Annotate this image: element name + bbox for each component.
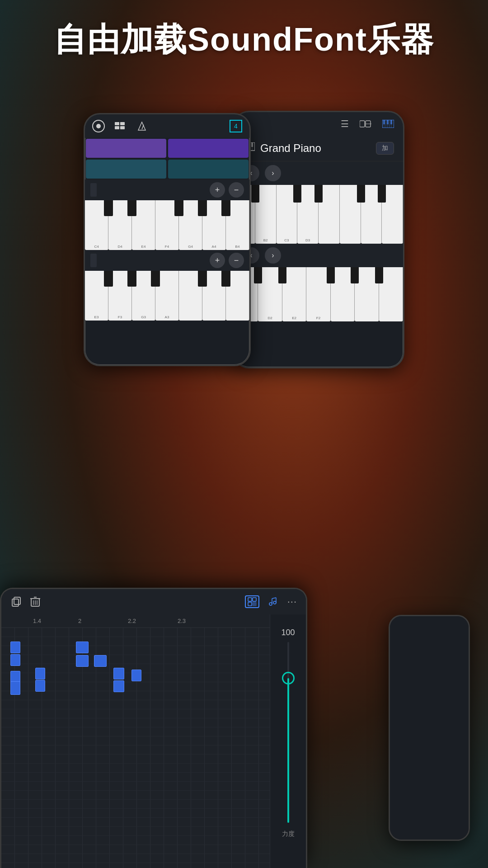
roll-grid[interactable] [1,628,270,868]
piano-keys-icon[interactable] [382,120,394,128]
key-f3r[interactable] [340,185,361,244]
key-b2[interactable]: B2 [255,185,277,244]
svg-rect-38 [248,602,252,606]
note-7[interactable] [76,642,89,653]
pad-2[interactable] [168,139,249,158]
octave-up-button-2[interactable]: + [210,253,225,268]
key-d3r[interactable]: D3 [297,185,319,244]
add-instrument-button[interactable]: 加 [376,142,394,155]
beat-2-2: 2.2 [128,618,136,624]
beat-2: 2 [78,618,81,624]
devices-row: 4 + − C4 D4 E4 F4 [0,108,488,371]
right-keyboard-top: A2 B2 C3 D3 [234,185,403,244]
key-d4[interactable]: D4 [108,200,132,250]
next-arrow-button[interactable]: › [265,165,281,181]
key-e4[interactable]: E4 [132,200,155,250]
key-a3r[interactable] [382,185,403,244]
note-9[interactable] [94,655,107,667]
svg-rect-18 [390,120,392,124]
right-side-phone [389,615,470,841]
list-icon[interactable]: ☰ [341,118,349,129]
octave-down-button-2[interactable]: − [229,253,244,268]
copy-icon[interactable] [10,596,21,607]
main-title: 自由加载SoundFont乐器 [0,18,488,61]
piano-roll-main: 1.4 2 2.2 2.3 [1,614,270,868]
key-f3[interactable]: F3 [108,271,132,321]
key-g2[interactable] [331,267,355,321]
trash-icon[interactable] [30,596,40,607]
note-4[interactable] [10,681,20,695]
velocity-panel: 100 力度 [270,614,306,868]
note-8[interactable] [76,655,89,667]
key-d2[interactable]: D2 [258,267,282,321]
key-e2[interactable]: E2 [282,267,306,321]
key-d3[interactable] [226,271,249,321]
keyboard-top: C4 D4 E4 F4 G4 A4 B4 [85,200,249,250]
key-a4[interactable]: A4 [202,200,226,250]
velocity-fill [287,678,289,823]
note-2[interactable] [10,654,20,666]
number-four-icon[interactable]: 4 [230,120,242,132]
svg-rect-7 [360,121,365,127]
piano-roll: 1.4 2 2.2 2.3 [1,614,306,868]
beat-header: 1.4 2 2.2 2.3 [1,614,270,628]
key-c3[interactable] [202,271,226,321]
note-1[interactable] [10,642,20,653]
key-c4[interactable]: C4 [85,200,108,250]
svg-rect-1 [115,122,119,125]
pad-1[interactable] [86,139,166,158]
key-b4[interactable]: B4 [226,200,249,250]
octave-up-button[interactable]: + [210,182,225,198]
key-e3[interactable]: E3 [85,271,108,321]
instrument-row: Grand Piano 加 [234,136,403,161]
right-keyboard-bottom: 2 D2 E2 F2 [234,267,403,321]
pads-icon[interactable] [114,120,127,132]
svg-point-0 [96,124,101,128]
note-11[interactable] [113,680,124,692]
svg-rect-36 [248,598,252,601]
note-6[interactable] [35,680,45,692]
svg-rect-37 [253,598,256,601]
pad-3[interactable] [86,160,166,179]
key-f2[interactable]: F2 [306,267,330,321]
keyboard-split-icon[interactable] [360,120,371,128]
note-12[interactable] [131,670,141,681]
beat-1-4: 1.4 [33,618,41,624]
octave-handle-2 [90,254,97,267]
phone-right: ☰ [233,111,404,368]
velocity-knob[interactable] [282,672,295,684]
velocity-slider[interactable] [287,642,289,823]
key-g4[interactable]: G4 [179,200,202,250]
metronome-icon[interactable] [136,120,148,132]
nav-arrows-top: ‹ › [234,161,403,185]
phone-left: 4 + − C4 D4 E4 F4 [84,113,251,366]
beat-2-3: 2.3 [178,618,186,624]
right-phone-toolbar: ☰ [234,112,403,136]
octave-down-button[interactable]: − [229,182,244,198]
key-a3[interactable]: A3 [155,271,179,321]
key-g3r[interactable] [361,185,382,244]
title-section: 自由加载SoundFont乐器 [0,18,488,61]
quantize-icon[interactable] [245,595,259,608]
note-10[interactable] [113,668,124,679]
svg-rect-28 [12,599,19,606]
tablet-container: ··· 1.4 2 2.2 2.3 [0,588,307,868]
nav-arrows-bottom: ‹ › [234,244,403,267]
piano-controls-top: + − [85,179,249,200]
next-arrow-button-2[interactable]: › [265,247,281,264]
key-b3[interactable] [179,271,202,321]
key-f4[interactable]: F4 [155,200,179,250]
notes-icon[interactable] [268,597,278,607]
key-c3r[interactable]: C3 [277,185,298,244]
note-5[interactable] [35,668,45,679]
piano-controls-bottom: + − [85,250,249,271]
key-a2b[interactable] [355,267,379,321]
more-options-button[interactable]: ··· [287,596,297,608]
svg-rect-16 [383,120,385,124]
key-g3[interactable]: G3 [132,271,155,321]
key-b2b[interactable] [379,267,403,321]
record-icon[interactable] [92,120,105,132]
svg-rect-29 [14,597,20,604]
pad-4[interactable] [168,160,249,179]
key-e3r[interactable] [319,185,340,244]
